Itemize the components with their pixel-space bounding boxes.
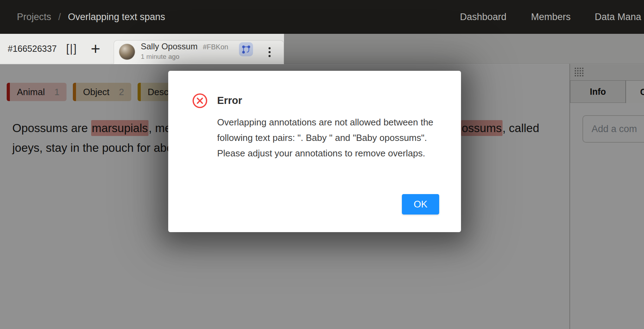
error-dialog: Error Overlapping annotations are not al… [168,71,461,232]
annotation-timestamp: 1 minute ago [141,53,228,61]
dialog-message: Overlapping annotations are not allowed … [217,114,452,161]
breadcrumb-separator: / [58,12,61,23]
nav-members[interactable]: Members [531,0,571,34]
kebab-menu-icon[interactable] [266,44,273,60]
relations-icon-glyph [241,44,251,54]
ok-button[interactable]: OK [402,194,439,215]
brackets-icon[interactable]: [|] [66,34,77,63]
relations-icon[interactable] [239,42,253,56]
add-annotation-icon[interactable]: + [91,34,100,63]
app-root: Projects / Overlapping text spans Dashbo… [0,0,644,329]
breadcrumb-projects-link[interactable]: Projects [17,12,51,23]
user-avatar [119,44,135,60]
nav-dashboard[interactable]: Dashboard [460,0,506,34]
error-circle-x-icon [192,93,208,109]
breadcrumb-current-project: Overlapping text spans [68,12,165,23]
dialog-title: Error [217,95,242,106]
nav-data-manager[interactable]: Data Mana [595,0,641,34]
annotation-id-badge: #FBKon [203,43,228,51]
breadcrumb: Projects / Overlapping text spans [17,0,165,34]
top-navigation-bar: Projects / Overlapping text spans Dashbo… [0,0,644,34]
task-id: #166526337 [8,34,57,63]
annotation-tab[interactable]: Sally Opossum#FBKon 1 minute ago [114,40,284,64]
annotation-meta: Sally Opossum#FBKon 1 minute ago [141,42,228,61]
annotator-name: Sally Opossum [141,42,197,51]
modal-backdrop-toolbar [284,34,644,64]
